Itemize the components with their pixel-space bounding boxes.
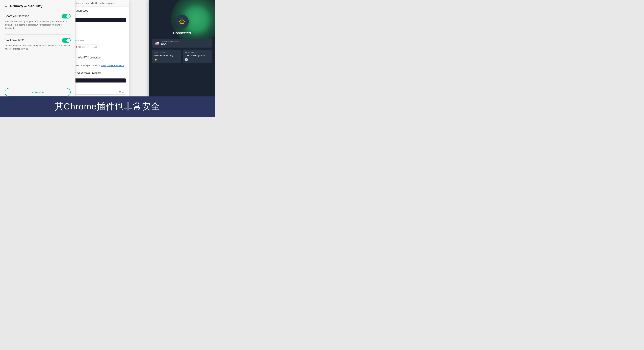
smart-location-card[interactable]: Smart Location France - Strasbourg ⚡: [152, 50, 181, 63]
webrtc-setting-row: Block WebRTC: [5, 38, 70, 43]
three-dots-icon[interactable]: ···: [207, 41, 209, 45]
menu-line: [153, 4, 156, 4]
spoof-desc: Most websites asking for your location w…: [5, 20, 70, 30]
dot-red-icon: [76, 46, 77, 48]
menu-icon[interactable]: [153, 3, 156, 5]
bottom-banner: 其Chrome插件也非常安全: [0, 96, 215, 117]
current-location-label: Current Location: [161, 41, 205, 43]
spoof-location-setting: Spoof your location Most websites asking…: [5, 14, 70, 30]
smart-location-label: Smart Location: [154, 52, 179, 53]
vpn-current-location-box[interactable]: Current Location USA ···: [152, 39, 212, 48]
spoof-label: Spoof your location: [5, 15, 29, 18]
us-flag-icon: [155, 42, 159, 45]
privacy-header: ← Privacy & Security: [5, 4, 70, 9]
menu-line: [153, 5, 156, 5]
spoof-toggle[interactable]: [62, 14, 70, 19]
recent-location-label: Recent Location: [185, 52, 210, 53]
privacy-panel-title: Privacy & Security: [10, 4, 42, 9]
vpn-quick-locations: Smart Location France - Strasbourg ⚡ Rec…: [152, 50, 212, 63]
current-location-name: USA: [161, 43, 205, 46]
clock-icon: 🕐: [185, 58, 210, 61]
recent-location-name: USA - Washington DC: [185, 54, 210, 57]
webrtc-setting: Block WebRTC Prevent websites from disco…: [5, 38, 70, 51]
smart-location-name: France - Strasbourg: [154, 54, 179, 57]
webrtc-label: Block WebRTC: [5, 39, 24, 42]
banner-text: 其Chrome插件也非常安全: [55, 101, 160, 112]
webrtc-toggle[interactable]: [62, 38, 70, 43]
menu-line: [153, 3, 156, 3]
back-arrow-icon[interactable]: ←: [5, 4, 8, 8]
lightning-icon: ⚡: [154, 58, 179, 61]
recent-location-card[interactable]: Recent Location USA - Washington DC 🕐: [183, 50, 212, 63]
webrtc-link[interactable]: leaking WebRTC requests: [101, 64, 124, 67]
power-icon: ⏻: [179, 18, 185, 25]
spoof-setting-row: Spoof your location: [5, 14, 70, 19]
learn-more-button[interactable]: Learn More: [5, 88, 70, 96]
vpn-power-button[interactable]: ⏻: [175, 15, 189, 28]
location-info: Current Location USA: [161, 41, 205, 46]
vpn-status: Connected: [149, 31, 215, 35]
webrtc-desc: Prevent websites from discovering your t…: [5, 44, 70, 51]
